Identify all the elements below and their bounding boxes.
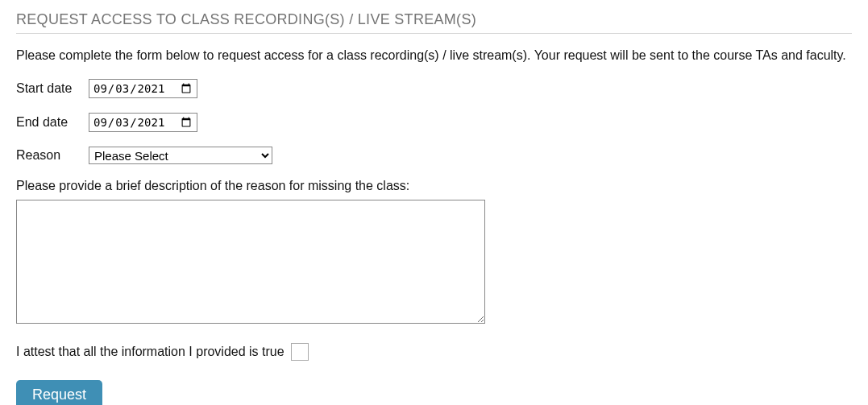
section-title: REQUEST ACCESS TO CLASS RECORDING(S) / L… xyxy=(16,11,852,34)
attestation-row: I attest that all the information I prov… xyxy=(16,343,852,361)
end-date-input[interactable] xyxy=(89,113,197,132)
attestation-checkbox[interactable] xyxy=(291,343,309,361)
intro-text: Please complete the form below to reques… xyxy=(16,48,852,63)
end-date-row: End date xyxy=(16,113,852,132)
start-date-label: Start date xyxy=(16,81,89,96)
description-label: Please provide a brief description of th… xyxy=(16,179,852,193)
description-textarea[interactable] xyxy=(16,200,485,324)
attestation-label: I attest that all the information I prov… xyxy=(16,345,284,359)
start-date-input[interactable] xyxy=(89,79,197,98)
end-date-label: End date xyxy=(16,115,89,130)
reason-select[interactable]: Please Select xyxy=(89,147,272,164)
reason-row: Reason Please Select xyxy=(16,147,852,164)
reason-label: Reason xyxy=(16,148,89,163)
start-date-row: Start date xyxy=(16,79,852,98)
request-button[interactable]: Request xyxy=(16,380,102,405)
